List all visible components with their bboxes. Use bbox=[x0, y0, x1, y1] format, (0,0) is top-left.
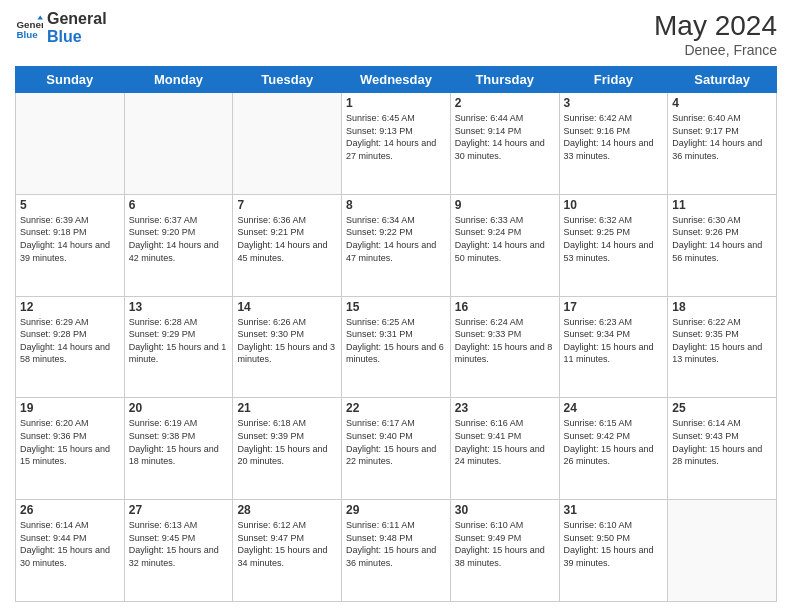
day-number: 18 bbox=[672, 300, 772, 314]
calendar-header-row: Sunday Monday Tuesday Wednesday Thursday… bbox=[16, 67, 777, 93]
calendar-cell: 30Sunrise: 6:10 AM Sunset: 9:49 PM Dayli… bbox=[450, 500, 559, 602]
calendar-week-1: 5Sunrise: 6:39 AM Sunset: 9:18 PM Daylig… bbox=[16, 194, 777, 296]
calendar-cell: 11Sunrise: 6:30 AM Sunset: 9:26 PM Dayli… bbox=[668, 194, 777, 296]
calendar-week-2: 12Sunrise: 6:29 AM Sunset: 9:28 PM Dayli… bbox=[16, 296, 777, 398]
calendar-cell: 17Sunrise: 6:23 AM Sunset: 9:34 PM Dayli… bbox=[559, 296, 668, 398]
day-number: 31 bbox=[564, 503, 664, 517]
day-info: Sunrise: 6:11 AM Sunset: 9:48 PM Dayligh… bbox=[346, 519, 446, 569]
calendar-cell: 5Sunrise: 6:39 AM Sunset: 9:18 PM Daylig… bbox=[16, 194, 125, 296]
day-number: 7 bbox=[237, 198, 337, 212]
calendar-cell: 25Sunrise: 6:14 AM Sunset: 9:43 PM Dayli… bbox=[668, 398, 777, 500]
day-number: 15 bbox=[346, 300, 446, 314]
day-info: Sunrise: 6:37 AM Sunset: 9:20 PM Dayligh… bbox=[129, 214, 229, 264]
day-number: 24 bbox=[564, 401, 664, 415]
day-info: Sunrise: 6:24 AM Sunset: 9:33 PM Dayligh… bbox=[455, 316, 555, 366]
calendar-cell: 15Sunrise: 6:25 AM Sunset: 9:31 PM Dayli… bbox=[342, 296, 451, 398]
calendar-cell: 31Sunrise: 6:10 AM Sunset: 9:50 PM Dayli… bbox=[559, 500, 668, 602]
day-info: Sunrise: 6:42 AM Sunset: 9:16 PM Dayligh… bbox=[564, 112, 664, 162]
day-info: Sunrise: 6:17 AM Sunset: 9:40 PM Dayligh… bbox=[346, 417, 446, 467]
day-number: 2 bbox=[455, 96, 555, 110]
col-monday: Monday bbox=[124, 67, 233, 93]
calendar-week-3: 19Sunrise: 6:20 AM Sunset: 9:36 PM Dayli… bbox=[16, 398, 777, 500]
col-tuesday: Tuesday bbox=[233, 67, 342, 93]
col-sunday: Sunday bbox=[16, 67, 125, 93]
day-number: 27 bbox=[129, 503, 229, 517]
day-info: Sunrise: 6:12 AM Sunset: 9:47 PM Dayligh… bbox=[237, 519, 337, 569]
day-info: Sunrise: 6:29 AM Sunset: 9:28 PM Dayligh… bbox=[20, 316, 120, 366]
day-info: Sunrise: 6:16 AM Sunset: 9:41 PM Dayligh… bbox=[455, 417, 555, 467]
day-info: Sunrise: 6:45 AM Sunset: 9:13 PM Dayligh… bbox=[346, 112, 446, 162]
calendar-cell: 14Sunrise: 6:26 AM Sunset: 9:30 PM Dayli… bbox=[233, 296, 342, 398]
calendar-cell: 23Sunrise: 6:16 AM Sunset: 9:41 PM Dayli… bbox=[450, 398, 559, 500]
col-saturday: Saturday bbox=[668, 67, 777, 93]
svg-text:Blue: Blue bbox=[16, 28, 38, 39]
day-info: Sunrise: 6:22 AM Sunset: 9:35 PM Dayligh… bbox=[672, 316, 772, 366]
location: Denee, France bbox=[654, 42, 777, 58]
calendar-cell: 13Sunrise: 6:28 AM Sunset: 9:29 PM Dayli… bbox=[124, 296, 233, 398]
col-thursday: Thursday bbox=[450, 67, 559, 93]
calendar-cell bbox=[668, 500, 777, 602]
day-info: Sunrise: 6:10 AM Sunset: 9:50 PM Dayligh… bbox=[564, 519, 664, 569]
day-info: Sunrise: 6:26 AM Sunset: 9:30 PM Dayligh… bbox=[237, 316, 337, 366]
day-number: 16 bbox=[455, 300, 555, 314]
header: General Blue General Blue May 2024 Denee… bbox=[15, 10, 777, 58]
day-number: 10 bbox=[564, 198, 664, 212]
day-info: Sunrise: 6:13 AM Sunset: 9:45 PM Dayligh… bbox=[129, 519, 229, 569]
day-number: 8 bbox=[346, 198, 446, 212]
day-info: Sunrise: 6:44 AM Sunset: 9:14 PM Dayligh… bbox=[455, 112, 555, 162]
calendar-cell: 29Sunrise: 6:11 AM Sunset: 9:48 PM Dayli… bbox=[342, 500, 451, 602]
day-number: 28 bbox=[237, 503, 337, 517]
calendar-cell: 18Sunrise: 6:22 AM Sunset: 9:35 PM Dayli… bbox=[668, 296, 777, 398]
day-info: Sunrise: 6:23 AM Sunset: 9:34 PM Dayligh… bbox=[564, 316, 664, 366]
col-friday: Friday bbox=[559, 67, 668, 93]
calendar-cell bbox=[16, 93, 125, 195]
day-info: Sunrise: 6:34 AM Sunset: 9:22 PM Dayligh… bbox=[346, 214, 446, 264]
col-wednesday: Wednesday bbox=[342, 67, 451, 93]
calendar-cell: 1Sunrise: 6:45 AM Sunset: 9:13 PM Daylig… bbox=[342, 93, 451, 195]
calendar-cell bbox=[233, 93, 342, 195]
logo-general: General bbox=[47, 10, 107, 28]
day-info: Sunrise: 6:19 AM Sunset: 9:38 PM Dayligh… bbox=[129, 417, 229, 467]
calendar-week-4: 26Sunrise: 6:14 AM Sunset: 9:44 PM Dayli… bbox=[16, 500, 777, 602]
day-info: Sunrise: 6:33 AM Sunset: 9:24 PM Dayligh… bbox=[455, 214, 555, 264]
day-info: Sunrise: 6:32 AM Sunset: 9:25 PM Dayligh… bbox=[564, 214, 664, 264]
calendar-table: Sunday Monday Tuesday Wednesday Thursday… bbox=[15, 66, 777, 602]
calendar-cell: 27Sunrise: 6:13 AM Sunset: 9:45 PM Dayli… bbox=[124, 500, 233, 602]
calendar-cell: 12Sunrise: 6:29 AM Sunset: 9:28 PM Dayli… bbox=[16, 296, 125, 398]
calendar-cell bbox=[124, 93, 233, 195]
day-number: 3 bbox=[564, 96, 664, 110]
calendar-cell: 16Sunrise: 6:24 AM Sunset: 9:33 PM Dayli… bbox=[450, 296, 559, 398]
day-number: 30 bbox=[455, 503, 555, 517]
day-number: 19 bbox=[20, 401, 120, 415]
day-number: 26 bbox=[20, 503, 120, 517]
calendar-cell: 10Sunrise: 6:32 AM Sunset: 9:25 PM Dayli… bbox=[559, 194, 668, 296]
calendar-cell: 24Sunrise: 6:15 AM Sunset: 9:42 PM Dayli… bbox=[559, 398, 668, 500]
day-number: 4 bbox=[672, 96, 772, 110]
calendar-cell: 3Sunrise: 6:42 AM Sunset: 9:16 PM Daylig… bbox=[559, 93, 668, 195]
logo-icon: General Blue bbox=[15, 14, 43, 42]
svg-marker-2 bbox=[37, 15, 43, 19]
day-number: 25 bbox=[672, 401, 772, 415]
day-info: Sunrise: 6:14 AM Sunset: 9:43 PM Dayligh… bbox=[672, 417, 772, 467]
month-year: May 2024 bbox=[654, 10, 777, 42]
calendar-cell: 8Sunrise: 6:34 AM Sunset: 9:22 PM Daylig… bbox=[342, 194, 451, 296]
calendar-cell: 6Sunrise: 6:37 AM Sunset: 9:20 PM Daylig… bbox=[124, 194, 233, 296]
title-block: May 2024 Denee, France bbox=[654, 10, 777, 58]
calendar-week-0: 1Sunrise: 6:45 AM Sunset: 9:13 PM Daylig… bbox=[16, 93, 777, 195]
calendar-cell: 28Sunrise: 6:12 AM Sunset: 9:47 PM Dayli… bbox=[233, 500, 342, 602]
calendar-cell: 20Sunrise: 6:19 AM Sunset: 9:38 PM Dayli… bbox=[124, 398, 233, 500]
calendar-cell: 9Sunrise: 6:33 AM Sunset: 9:24 PM Daylig… bbox=[450, 194, 559, 296]
calendar-cell: 4Sunrise: 6:40 AM Sunset: 9:17 PM Daylig… bbox=[668, 93, 777, 195]
day-info: Sunrise: 6:18 AM Sunset: 9:39 PM Dayligh… bbox=[237, 417, 337, 467]
day-info: Sunrise: 6:20 AM Sunset: 9:36 PM Dayligh… bbox=[20, 417, 120, 467]
day-info: Sunrise: 6:14 AM Sunset: 9:44 PM Dayligh… bbox=[20, 519, 120, 569]
day-number: 29 bbox=[346, 503, 446, 517]
day-number: 21 bbox=[237, 401, 337, 415]
calendar-cell: 19Sunrise: 6:20 AM Sunset: 9:36 PM Dayli… bbox=[16, 398, 125, 500]
day-number: 22 bbox=[346, 401, 446, 415]
calendar-cell: 21Sunrise: 6:18 AM Sunset: 9:39 PM Dayli… bbox=[233, 398, 342, 500]
day-number: 13 bbox=[129, 300, 229, 314]
day-number: 11 bbox=[672, 198, 772, 212]
calendar-cell: 7Sunrise: 6:36 AM Sunset: 9:21 PM Daylig… bbox=[233, 194, 342, 296]
day-number: 6 bbox=[129, 198, 229, 212]
